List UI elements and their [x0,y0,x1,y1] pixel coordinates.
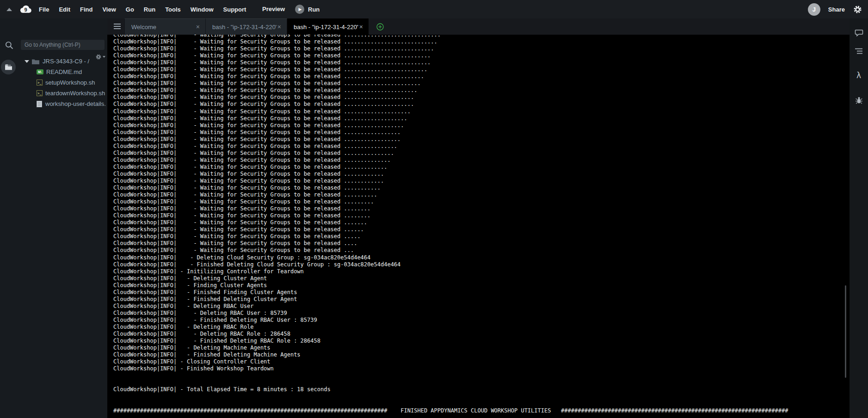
tab-welcome[interactable]: Welcome × [124,18,206,35]
tab-label: bash - "ip-172-31-4-220" [294,24,358,31]
terminal-scrollbar[interactable] [845,285,846,378]
tree-item-setupworkshop[interactable]: >_ setupWorkshop.sh [37,77,106,88]
avatar[interactable]: J [808,3,820,16]
collapse-menubar-icon[interactable] [6,8,12,11]
shell-file-icon: >_ [37,80,43,86]
goto-anything-input[interactable] [21,40,105,50]
tree-item-label: workshop-user-details. [45,100,106,107]
collaborate-chat-icon[interactable] [850,29,868,37]
run-button-label: Run [308,6,320,13]
tab-list-menu-icon[interactable] [114,24,121,31]
close-icon[interactable]: × [195,23,201,31]
menu-view[interactable]: View [102,6,116,13]
menu-go[interactable]: Go [126,6,134,13]
chevron-down-icon[interactable] [25,60,29,63]
tab-bash-2-active[interactable]: bash - "ip-172-31-4-220" × [287,18,369,35]
menu-tools[interactable]: Tools [165,6,181,13]
shell-file-icon: >_ [37,90,43,96]
share-button[interactable]: Share [828,6,845,13]
markdown-file-icon: M↓ [37,69,43,74]
tab-label: bash - "ip-172-31-4-220" [212,24,277,31]
preview-button[interactable]: Preview [262,0,285,18]
svg-text:9: 9 [25,7,27,12]
terminal-output: CloudWorkshop|INFO| - Waiting for Securi… [107,35,850,414]
menu-find[interactable]: Find [80,6,92,13]
settings-gear-icon[interactable] [853,5,862,14]
debugger-bug-icon[interactable] [850,96,868,104]
tree-item-readme[interactable]: M↓ README.md [37,67,106,77]
tab-bar: Welcome × bash - "ip-172-31-4-220" × bas… [107,18,850,35]
sidebar: JRS-34343-C9 - / M↓ README.md >_ setupWo… [0,18,107,418]
tree-item-label: teardownWorkshop.sh [45,90,105,97]
run-button[interactable]: ▶ Run [295,0,320,18]
tab-label: Welcome [131,24,195,31]
search-icon[interactable] [5,41,13,49]
terminal-pane[interactable]: CloudWorkshop|INFO| - Waiting for Securi… [107,35,850,418]
close-icon[interactable]: × [358,23,364,31]
tree-item-label: setupWorkshop.sh [45,79,95,86]
new-tab-plus-icon[interactable] [376,23,384,31]
play-icon: ▶ [295,5,304,14]
menu-bar: 9 File Edit Find View Go Run Tools Windo… [0,0,868,18]
outline-list-icon[interactable] [850,48,868,55]
menu-run[interactable]: Run [144,6,155,13]
menu-window[interactable]: Window [191,6,214,13]
menu-support[interactable]: Support [223,6,246,13]
tree-item-teardownworkshop[interactable]: >_ teardownWorkshop.sh [37,88,106,98]
cloud9-logo-icon[interactable]: 9 [18,5,32,14]
tree-item-workshop-user-details[interactable]: workshop-user-details. [37,98,106,109]
menu-edit[interactable]: Edit [59,6,70,13]
tree-settings-gear-icon[interactable] [95,54,105,60]
folder-panel-icon [5,64,12,70]
tree-root-label: JRS-34343-C9 - / [43,58,89,65]
menu-items: File Edit Find View Go Run Tools Window … [39,0,246,18]
tree-root-folder[interactable]: JRS-34343-C9 - / [25,56,105,67]
tab-bash-1[interactable]: bash - "ip-172-31-4-220" × [206,18,287,35]
file-tree-panel-button[interactable] [1,60,16,74]
aws-lambda-icon[interactable]: λ [850,71,868,80]
menu-file[interactable]: File [39,6,49,13]
close-icon[interactable]: × [277,23,282,31]
folder-icon [32,59,39,64]
right-icon-strip: λ [850,18,868,418]
text-file-icon [37,101,42,107]
tree-item-label: README.md [46,68,82,75]
